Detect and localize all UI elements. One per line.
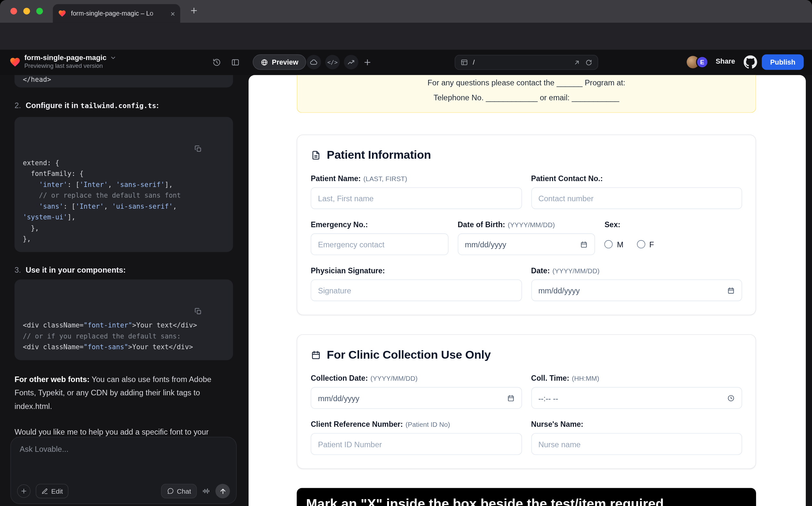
- calendar-icon: [311, 350, 321, 360]
- browser-tab[interactable]: form-single-page-magic – Lo ×: [53, 4, 180, 23]
- copy-code-icon[interactable]: [194, 285, 227, 337]
- project-selector[interactable]: form-single-page-magic Previewing last s…: [24, 53, 116, 69]
- viewport-icon[interactable]: [460, 59, 468, 66]
- sex-field: Sex: M F: [604, 221, 742, 255]
- physician-signature-input[interactable]: [311, 279, 522, 301]
- calendar-icon[interactable]: [727, 286, 735, 294]
- attach-plus-button[interactable]: [17, 484, 30, 498]
- preview-button[interactable]: Preview: [253, 54, 306, 70]
- copy-code-icon[interactable]: [194, 123, 227, 174]
- traffic-light-close[interactable]: [10, 8, 17, 15]
- edit-mode-button[interactable]: Edit: [36, 484, 69, 499]
- sex-radio-f[interactable]: F: [637, 240, 654, 249]
- emergency-field: Emergency No.:: [311, 221, 449, 255]
- dob-input[interactable]: mm/dd/yyyy: [458, 233, 595, 255]
- collaborator-avatar[interactable]: E: [696, 56, 709, 68]
- traffic-light-zoom[interactable]: [36, 8, 43, 15]
- patient-information-card: Patient Information Patient Name:(LAST, …: [297, 135, 756, 315]
- share-button[interactable]: Share: [716, 58, 735, 65]
- preview-panel: For any questions please contact the ___…: [248, 75, 806, 506]
- chat-composer: Edit Chat: [10, 437, 237, 504]
- step-3-heading: 3. Use it in your components:: [15, 265, 233, 274]
- screen: form-single-page-magic – Lo × lovable.de…: [0, 0, 812, 506]
- code-block-usage: <div className="font-inter">Your text</d…: [15, 279, 233, 360]
- nurse-name-input[interactable]: [531, 433, 742, 455]
- voice-waveform-icon[interactable]: [202, 487, 211, 495]
- signature-date-input[interactable]: mm/dd/yyyy: [531, 279, 742, 301]
- chat-sidebar: </head> 2. Configure it in tailwind.conf…: [0, 75, 247, 506]
- clock-icon[interactable]: [727, 394, 735, 402]
- collection-time-input[interactable]: --:-- --: [531, 387, 742, 409]
- github-icon[interactable]: [744, 56, 757, 69]
- preview-path: /: [473, 59, 569, 66]
- project-status: Previewing last saved version: [24, 63, 116, 69]
- patient-name-field: Patient Name:(LAST, FIRST): [311, 174, 522, 209]
- assistant-note: For other web fonts: You can also use fo…: [15, 372, 233, 413]
- publish-button[interactable]: Publish: [762, 54, 804, 70]
- panel-layout-icon[interactable]: [231, 58, 240, 67]
- physician-signature-field: Physician Signature:: [311, 266, 522, 301]
- add-icon[interactable]: [363, 58, 372, 67]
- cloud-icon[interactable]: [307, 55, 321, 70]
- send-button[interactable]: [215, 484, 230, 499]
- clinic-collection-title: For Clinic Collection Use Only: [311, 348, 742, 361]
- new-tab-button[interactable]: [190, 6, 199, 15]
- calendar-icon[interactable]: [580, 241, 588, 248]
- client-reference-input[interactable]: [311, 433, 522, 455]
- patient-contact-field: Patient Contact No.:: [531, 174, 742, 209]
- lovable-favicon: [58, 9, 67, 18]
- preview-url-bar[interactable]: /: [455, 55, 598, 70]
- close-tab-icon[interactable]: ×: [170, 9, 175, 17]
- notice-line-1: For any questions please contact the ___…: [297, 75, 755, 90]
- code-block-truncated: </head>: [15, 75, 233, 87]
- analytics-icon[interactable]: [344, 55, 359, 70]
- dob-field: Date of Birth:(YYYY/MM/DD) mm/dd/yyyy: [458, 221, 595, 255]
- client-reference-field: Client Reference Number:(Patient ID No): [311, 420, 522, 455]
- patient-name-input[interactable]: [311, 187, 522, 209]
- browser-window: form-single-page-magic – Lo × lovable.de…: [0, 0, 812, 506]
- refresh-preview-icon[interactable]: [585, 59, 592, 66]
- signature-date-field: Date:(YYYY/MM/DD) mm/dd/yyyy: [531, 266, 742, 301]
- collection-date-input[interactable]: mm/dd/yyyy: [311, 387, 522, 409]
- project-name: form-single-page-magic: [24, 53, 106, 62]
- open-external-icon[interactable]: [573, 59, 580, 66]
- step-2-heading: 2. Configure it in tailwind.config.ts:: [15, 101, 233, 110]
- patient-contact-input[interactable]: [531, 187, 742, 209]
- chat-bubble-icon: [167, 488, 174, 495]
- radio-circle: [604, 240, 613, 249]
- tests-section-banner: Mark an "X" inside the box beside the te…: [297, 488, 756, 506]
- radio-circle: [637, 240, 645, 249]
- document-icon: [311, 150, 321, 160]
- browser-toolbar: lovable.dev/projects/993e0c58-2d0f-4c4f-…: [0, 23, 812, 50]
- browser-tabstrip: form-single-page-magic – Lo ×: [0, 0, 812, 23]
- app-header: form-single-page-magic Previewing last s…: [0, 50, 812, 75]
- chat-mode-button[interactable]: Chat: [161, 484, 197, 499]
- code-block-tailwind-config: extend: { fontFamily: { 'inter': ['Inter…: [15, 117, 233, 252]
- chevron-down-icon: [110, 54, 117, 61]
- collection-time-field: Coll. Time:(HH:MM) --:-- --: [531, 374, 742, 409]
- traffic-light-minimize[interactable]: [23, 8, 30, 15]
- globe-icon: [261, 58, 268, 66]
- notice-line-2: Telephone No. ____________ or email: ___…: [297, 90, 755, 105]
- tab-title: form-single-page-magic – Lo: [71, 10, 166, 17]
- chat-input[interactable]: [20, 445, 217, 453]
- lovable-logo[interactable]: [9, 57, 21, 68]
- clinic-collection-card: For Clinic Collection Use Only Collectio…: [297, 334, 756, 469]
- preview-label: Preview: [272, 58, 298, 66]
- nurse-name-field: Nurse's Name:: [531, 420, 742, 455]
- history-icon[interactable]: [212, 58, 221, 67]
- contact-notice: For any questions please contact the ___…: [297, 75, 756, 113]
- emergency-input[interactable]: [311, 233, 449, 255]
- composer-toolbar: Edit Chat: [17, 484, 230, 499]
- sex-radio-m[interactable]: M: [604, 240, 623, 249]
- code-view-icon[interactable]: </>: [325, 55, 340, 70]
- calendar-icon[interactable]: [507, 394, 514, 402]
- patient-information-title: Patient Information: [311, 149, 742, 162]
- collection-date-field: Collection Date:(YYYY/MM/DD) mm/dd/yyyy: [311, 374, 522, 409]
- window-controls: [10, 8, 43, 15]
- edit-icon: [42, 488, 49, 495]
